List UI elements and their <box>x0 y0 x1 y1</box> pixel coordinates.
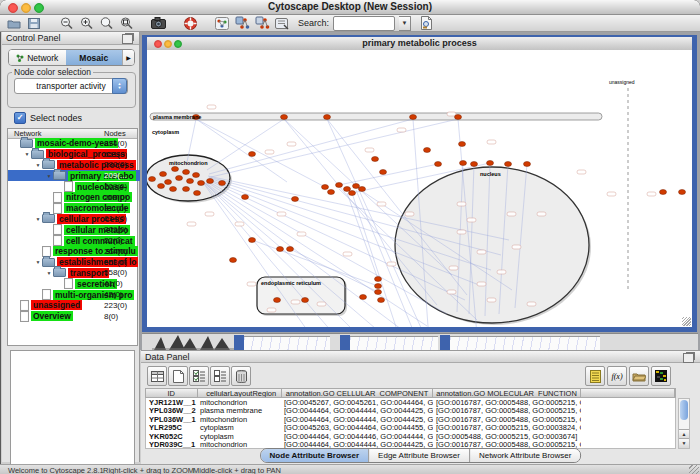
network-node[interactable] <box>170 187 177 192</box>
network-node[interactable] <box>344 187 351 192</box>
tree-row[interactable]: response to stimulu264(0) <box>8 246 161 257</box>
network-node[interactable] <box>380 170 387 175</box>
attribute-list-icon[interactable] <box>585 366 605 386</box>
expand-arrow-icon[interactable]: ▼ <box>45 173 53 179</box>
network-node[interactable] <box>375 284 382 289</box>
network-node[interactable] <box>359 187 366 192</box>
tree-row[interactable]: Overview8(0) <box>8 311 139 322</box>
node-color-select[interactable]: transporter activity ▲▼ <box>14 78 128 94</box>
new-attribute-icon[interactable] <box>168 366 188 386</box>
frame-close-button[interactable] <box>154 40 162 48</box>
network-node[interactable] <box>274 298 281 303</box>
column-header[interactable]: annotation.GO CELLULAR_COMPONENT <box>282 389 434 397</box>
tree-row[interactable]: ▼biological_process651(0) <box>8 149 150 160</box>
network-node[interactable] <box>372 157 379 162</box>
tree-row[interactable]: mosaic-demo-yeast874(0) <box>8 138 139 149</box>
network-node[interactable] <box>375 277 382 282</box>
table-row[interactable]: YPL036W__2plasma membrane[GO:0044464, GO… <box>146 407 675 416</box>
tree-row[interactable]: ▼cellular process614(0) <box>8 214 161 225</box>
network-node[interactable] <box>193 173 200 178</box>
network-node[interactable] <box>487 161 494 166</box>
expand-arrow-icon[interactable]: ▼ <box>34 162 42 168</box>
network-node[interactable] <box>149 177 156 182</box>
network-node[interactable] <box>158 184 165 189</box>
frame-zoom-button[interactable] <box>174 40 182 48</box>
network-node[interactable] <box>242 195 249 200</box>
network-edge[interactable] <box>209 119 413 174</box>
background-window-border[interactable] <box>440 335 450 350</box>
network-canvas[interactable]: plasma membranecytoplasmmitochondrionnuc… <box>147 50 692 327</box>
expand-arrow-icon[interactable]: ▼ <box>34 216 42 222</box>
background-window-preview[interactable] <box>350 336 438 351</box>
unselect-attributes-icon[interactable] <box>210 366 230 386</box>
search-dropdown-icon[interactable]: ▼ <box>399 16 411 31</box>
network-frame-titlebar[interactable]: primary metabolic process <box>147 37 692 51</box>
network-node[interactable] <box>322 185 329 190</box>
float-panel-icon[interactable] <box>122 34 133 44</box>
network-node[interactable] <box>460 161 467 166</box>
zoom-fit-icon[interactable] <box>118 16 134 31</box>
network-edge[interactable] <box>339 164 438 185</box>
network-node[interactable] <box>287 247 294 252</box>
zoom-out-icon[interactable] <box>58 16 74 31</box>
background-window-preview[interactable] <box>450 336 600 351</box>
network-node[interactable] <box>375 290 382 295</box>
search-input[interactable] <box>333 16 395 31</box>
network-node[interactable] <box>360 295 367 300</box>
advanced-search-icon[interactable] <box>418 16 434 31</box>
network-node[interactable] <box>679 190 686 195</box>
network-node[interactable] <box>198 181 205 186</box>
plasma-membrane-region[interactable] <box>150 113 602 120</box>
table-row[interactable]: YKR052Ccytoplasm[GO:0044464, GO:0044446,… <box>146 432 675 441</box>
formula-builder-icon[interactable]: f(x) <box>607 366 627 386</box>
network-node[interactable] <box>183 170 190 175</box>
network-node[interactable] <box>249 152 256 157</box>
select-nodes-checkbox[interactable]: ✓ <box>14 112 26 124</box>
column-header[interactable]: ID <box>146 389 198 397</box>
network-node[interactable] <box>455 115 462 120</box>
network-node[interactable] <box>207 179 214 184</box>
network-node[interactable] <box>660 190 667 195</box>
expand-arrow-icon[interactable]: ▼ <box>34 259 42 265</box>
column-header[interactable] <box>581 389 675 397</box>
attribute-table-icon[interactable] <box>147 366 167 386</box>
network-node[interactable] <box>410 115 417 120</box>
tab-node-attribute-browser[interactable]: Node Attribute Browser <box>261 449 369 462</box>
network-node[interactable] <box>230 258 237 263</box>
network-node[interactable] <box>328 190 335 195</box>
network-node[interactable] <box>336 183 343 188</box>
network-node[interactable] <box>292 197 299 202</box>
help-icon[interactable] <box>182 16 198 31</box>
network-node[interactable] <box>505 162 512 167</box>
network-node[interactable] <box>435 162 442 167</box>
network-node[interactable] <box>176 176 183 181</box>
annotation-icon[interactable] <box>254 16 270 31</box>
network-node[interactable] <box>471 162 478 167</box>
tree-row[interactable]: ▼establishment of lo558(0) <box>8 257 161 268</box>
tab-network[interactable]: Network <box>9 50 66 65</box>
network-node[interactable] <box>219 181 226 186</box>
save-session-icon[interactable] <box>26 16 42 31</box>
network-node[interactable] <box>277 247 284 252</box>
network-node[interactable] <box>160 172 167 177</box>
scrollbar-thumb[interactable] <box>680 400 688 420</box>
window-resize-grip[interactable] <box>689 465 699 474</box>
tree-row[interactable]: multi-organism pro42(0) <box>8 289 161 300</box>
network-node[interactable] <box>172 167 179 172</box>
network-node[interactable] <box>524 162 531 167</box>
tab-mosaic[interactable]: Mosaic <box>66 50 123 65</box>
table-row[interactable]: YPL036W__1mitochondrion[GO:0044464, GO:0… <box>146 415 675 424</box>
frame-minimize-button[interactable] <box>164 40 172 48</box>
delete-attribute-icon[interactable] <box>231 366 251 386</box>
network-node[interactable] <box>183 187 190 192</box>
network-node[interactable] <box>378 298 385 303</box>
network-node[interactable] <box>249 238 256 243</box>
expand-arrow-icon[interactable]: ▼ <box>45 270 53 276</box>
network-node[interactable] <box>165 180 172 185</box>
tab-network-attribute-browser[interactable]: Network Attribute Browser <box>469 449 580 462</box>
select-attributes-icon[interactable] <box>189 366 209 386</box>
table-row[interactable]: YJR121W__1mitochondrion[GO:0045267, GO:0… <box>146 398 675 407</box>
birdseye-view[interactable] <box>10 350 135 474</box>
import-attributes-icon[interactable] <box>629 366 649 386</box>
more-tabs-icon[interactable]: ▶ <box>122 50 134 65</box>
